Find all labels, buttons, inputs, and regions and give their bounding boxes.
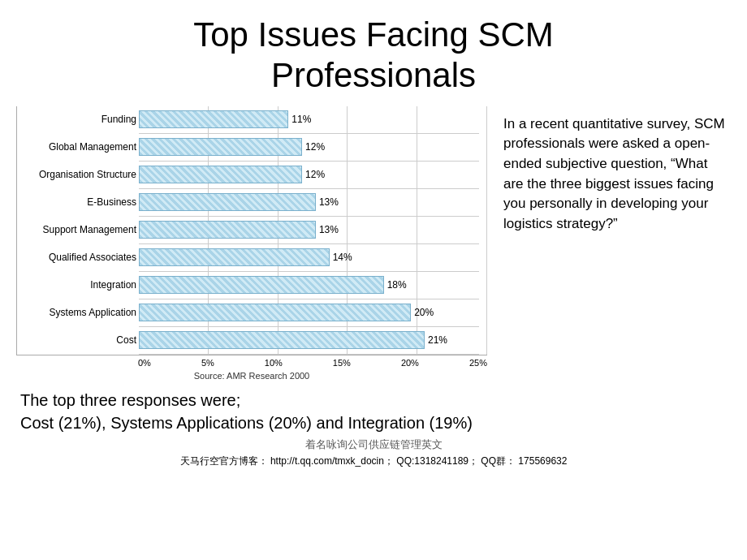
- bottom-text: The top three responses were;Cost (21%),…: [20, 389, 727, 434]
- bar-fill: [139, 166, 302, 183]
- bar-row: Cost21%: [139, 327, 479, 355]
- x-axis-label: 5%: [201, 358, 214, 368]
- bar-wrapper: 21%: [139, 330, 479, 351]
- bar-label: Qualified Associates: [19, 252, 136, 263]
- bar-value-label: 21%: [428, 334, 447, 346]
- chart-container: Funding11%Global Management12%Organisati…: [16, 106, 487, 381]
- bar-row: Organisation Structure12%: [139, 162, 479, 189]
- bar-fill: [139, 221, 316, 239]
- bar-label: Global Management: [19, 141, 136, 153]
- bar-value-label: 12%: [305, 169, 325, 180]
- bar-wrapper: 12%: [139, 136, 479, 157]
- bar-value-label: 11%: [291, 114, 311, 125]
- x-axis-label: 25%: [469, 358, 487, 368]
- bar-fill: [139, 138, 302, 156]
- bar-wrapper: 18%: [139, 274, 479, 295]
- bar-label: Funding: [19, 114, 136, 125]
- bar-fill: [139, 331, 425, 349]
- bar-label: Organisation Structure: [19, 169, 136, 180]
- x-axis: 0%5%10%15%20%25%: [138, 355, 487, 368]
- footer-text: 天马行空官方博客： http://t.qq.com/tmxk_docin； QQ…: [20, 454, 727, 468]
- bar-wrapper: 13%: [139, 219, 479, 240]
- bar-wrapper: 12%: [139, 164, 479, 185]
- x-axis-label: 15%: [333, 358, 351, 368]
- bars-section: Funding11%Global Management12%Organisati…: [16, 106, 487, 355]
- bar-row: Systems Application20%: [139, 299, 479, 327]
- bar-value-label: 20%: [414, 307, 434, 318]
- bar-label: Integration: [19, 279, 136, 291]
- x-axis-label: 20%: [401, 358, 419, 368]
- bar-fill: [139, 110, 288, 128]
- bar-value-label: 18%: [387, 279, 407, 291]
- bar-row: Support Management13%: [139, 217, 479, 244]
- bar-wrapper: 11%: [139, 109, 479, 130]
- source-text: Source: AMR Research 2000: [16, 371, 487, 381]
- right-panel-text: In a recent quantitative survey, SCM pro…: [503, 116, 725, 231]
- bar-row: Global Management12%: [139, 134, 479, 162]
- bar-fill: [139, 304, 411, 321]
- bar-wrapper: 13%: [139, 192, 479, 213]
- bar-value-label: 13%: [319, 196, 339, 208]
- bar-row: Funding11%: [139, 106, 479, 134]
- right-panel: In a recent quantitative survey, SCM pro…: [487, 106, 731, 235]
- bar-fill: [139, 193, 316, 211]
- bar-row: Qualified Associates14%: [139, 244, 479, 272]
- bar-value-label: 14%: [333, 252, 352, 263]
- x-axis-label: 0%: [138, 358, 151, 368]
- chart-inner: Funding11%Global Management12%Organisati…: [16, 106, 487, 381]
- content-area: Funding11%Global Management12%Organisati…: [0, 106, 747, 381]
- page-title: Top Issues Facing SCM Professionals: [0, 0, 747, 97]
- bar-fill: [139, 276, 384, 294]
- bar-label: Systems Application: [19, 307, 136, 318]
- bar-row: Integration18%: [139, 272, 479, 299]
- bottom-section: The top three responses were;Cost (21%),…: [0, 381, 747, 470]
- bar-wrapper: 20%: [139, 302, 479, 323]
- bar-row: E-Business13%: [139, 189, 479, 217]
- bar-value-label: 12%: [305, 141, 325, 153]
- bar-label: Cost: [19, 334, 136, 346]
- bar-label: E-Business: [19, 196, 136, 208]
- chinese-text: 着名咏询公司供应链管理英文: [20, 437, 727, 452]
- bar-value-label: 13%: [319, 224, 339, 235]
- bar-wrapper: 14%: [139, 247, 479, 268]
- bar-label: Support Management: [19, 224, 136, 235]
- bar-fill: [139, 248, 330, 266]
- x-axis-label: 10%: [265, 358, 283, 368]
